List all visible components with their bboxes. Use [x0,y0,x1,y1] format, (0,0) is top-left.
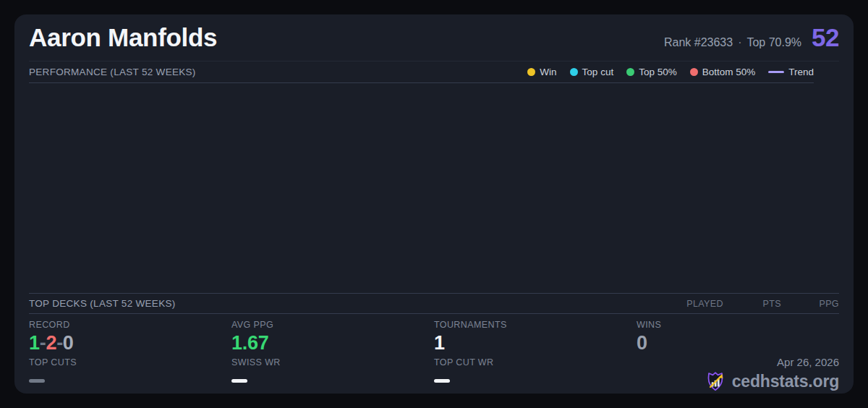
stat-label: TOP CUTS [29,357,231,367]
player-stats-card: Aaron Manfolds Rank #23633·Top 70.9% 52 … [14,14,854,394]
brand-link[interactable]: cedhstats.org [705,370,839,392]
stat-avg-ppg: AVG PPG 1.67 [231,314,434,352]
stat-swiss-wr: SWISS WR [231,352,434,394]
swiss-wr-empty-dash [231,379,247,383]
performance-section-header: PERFORMANCE (LAST 52 WEEKS) Win Top cut … [29,61,814,83]
legend-item-bottom-50: Bottom 50% [690,67,756,77]
top-cuts-empty-dash [29,379,45,383]
performance-title: PERFORMANCE (LAST 52 WEEKS) [29,67,196,77]
separator-dot: · [738,36,741,48]
legend-item-top-cut: Top cut [570,67,614,77]
stat-label: SWISS WR [231,357,434,367]
column-header-played: PLAYED [665,299,723,309]
page-title: Aaron Manfolds [29,23,664,52]
header-right: Rank #23633·Top 70.9% 52 [664,23,839,52]
stat-record: RECORD 1-2-0 [29,314,231,352]
column-header-pts: PTS [723,299,781,309]
brand-name: cedhstats.org [732,372,839,391]
score-value: 52 [812,23,839,52]
bottom-50-dot-icon [690,68,698,76]
stat-wins: WINS 0 [637,314,839,352]
rank-text: Rank #23633·Top 70.9% [664,36,801,49]
rank-label: Rank #23633 [664,36,733,48]
top-50-dot-icon [626,68,634,76]
percentile-label: Top 70.9% [746,36,801,48]
card-footer: Apr 26, 2026 cedhstats.org [637,352,839,394]
stat-top-cuts: TOP CUTS [29,352,231,394]
legend-label: Bottom 50% [702,67,756,77]
card-header: Aaron Manfolds Rank #23633·Top 70.9% 52 [29,14,839,61]
brand-shield-barchart-icon [705,370,726,392]
legend-item-win: Win [527,67,556,77]
chart-legend: Win Top cut Top 50% Bottom 50% Trend [527,67,814,77]
top-cut-wr-empty-dash [434,379,450,383]
record-losses: 2 [46,332,56,354]
top-decks-header: TOP DECKS (LAST 52 WEEKS) PLAYED PTS PPG [29,293,839,314]
stat-label: TOP CUT WR [434,357,637,367]
top-cut-dot-icon [570,68,578,76]
legend-label: Trend [788,67,814,77]
record-wins: 1 [29,332,40,354]
legend-item-top-50: Top 50% [626,67,677,77]
stat-label: WINS [637,320,839,330]
column-header-ppg: PPG [781,299,839,309]
legend-label: Win [540,67,556,77]
record-separator: - [56,332,63,354]
stats-grid: RECORD 1-2-0 AVG PPG 1.67 TOURNAMENTS 1 … [29,314,839,394]
performance-chart [29,83,839,293]
date-label: Apr 26, 2026 [777,356,839,368]
legend-label: Top 50% [639,67,677,77]
legend-label: Top cut [582,67,614,77]
stat-label: AVG PPG [231,320,434,330]
record-draws: 0 [63,332,74,354]
stat-top-cut-wr: TOP CUT WR [434,352,637,394]
legend-item-trend: Trend [768,67,814,77]
top-decks-title: TOP DECKS (LAST 52 WEEKS) [29,298,665,309]
stat-label: RECORD [29,320,231,330]
stat-tournaments: TOURNAMENTS 1 [434,314,637,352]
trend-line-icon [768,71,784,73]
stat-label: TOURNAMENTS [434,320,637,330]
win-dot-icon [527,68,535,76]
